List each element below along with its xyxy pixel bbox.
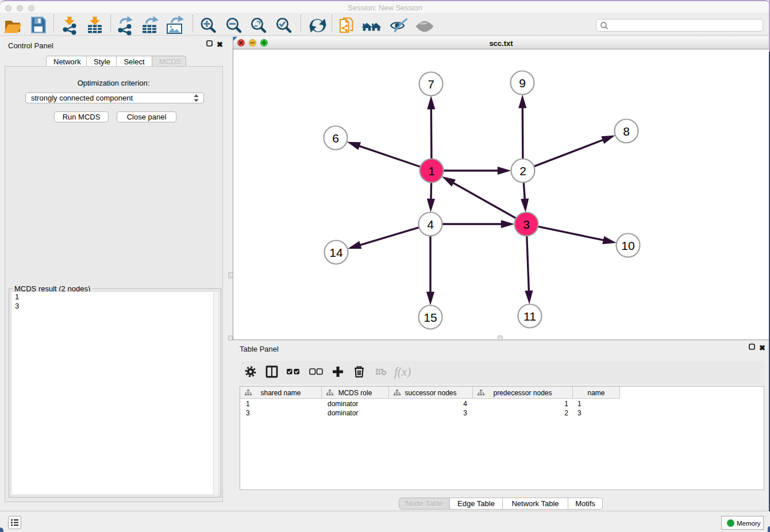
svg-text:f(x): f(x) — [394, 365, 411, 379]
svg-text:8: 8 — [623, 125, 630, 138]
svg-text:11: 11 — [523, 310, 536, 323]
svg-text:7: 7 — [428, 78, 434, 91]
svg-text:3: 3 — [523, 218, 530, 231]
svg-text:10: 10 — [621, 239, 634, 252]
svg-text:6: 6 — [332, 132, 339, 145]
svg-text:15: 15 — [424, 311, 437, 324]
svg-text:4: 4 — [427, 218, 434, 231]
svg-text:9: 9 — [519, 76, 526, 90]
svg-text:1: 1 — [428, 164, 435, 178]
svg-text:14: 14 — [329, 246, 343, 259]
svg-text:2: 2 — [519, 164, 526, 178]
